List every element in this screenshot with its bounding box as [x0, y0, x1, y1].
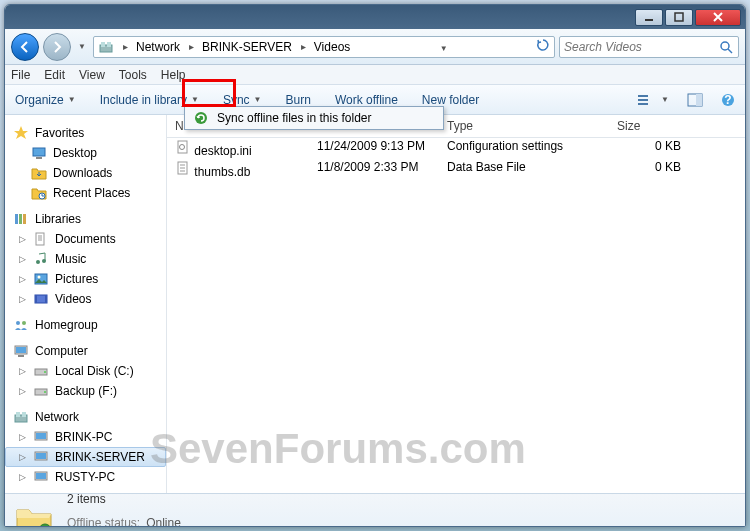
sidebar-label: Recent Places [53, 186, 130, 200]
file-icon [175, 160, 191, 176]
documents-icon [33, 231, 49, 247]
svg-rect-16 [15, 214, 18, 224]
pictures-icon [33, 271, 49, 287]
menu-edit[interactable]: Edit [44, 68, 65, 82]
svg-text:?: ? [724, 93, 731, 107]
menu-view[interactable]: View [79, 68, 105, 82]
sidebar-label: RUSTY-PC [55, 470, 115, 484]
sidebar-network[interactable]: Network [5, 407, 166, 427]
sidebar-item-brink-server[interactable]: ▷BRINK-SERVER [5, 447, 166, 467]
file-row[interactable]: desktop.ini 11/24/2009 9:13 PM Configura… [167, 138, 745, 159]
sidebar-homegroup[interactable]: Homegroup [5, 315, 166, 335]
sidebar-libraries[interactable]: Libraries [5, 209, 166, 229]
search-box[interactable] [559, 36, 739, 58]
status-value: Online [146, 516, 181, 528]
svg-rect-19 [36, 233, 44, 245]
expand-icon[interactable]: ▷ [17, 234, 27, 244]
breadcrumb-arrow-icon[interactable]: ▸ [119, 41, 132, 52]
breadcrumb-arrow-icon[interactable]: ▸ [185, 41, 198, 52]
toolbar-label: Include in library [100, 93, 187, 107]
close-button[interactable] [695, 9, 741, 26]
sidebar-label: Documents [55, 232, 116, 246]
breadcrumb-arrow-icon[interactable]: ▸ [297, 41, 310, 52]
toolbar-organize[interactable]: Organize▼ [11, 91, 80, 109]
svg-rect-6 [638, 95, 648, 97]
sidebar-item-documents[interactable]: ▷Documents [5, 229, 166, 249]
sidebar: Favorites Desktop Downloads Recent Place… [5, 115, 167, 493]
search-input[interactable] [564, 40, 718, 54]
favorites-icon [13, 125, 29, 141]
menu-tools[interactable]: Tools [119, 68, 147, 82]
expand-icon[interactable]: ▷ [17, 366, 27, 376]
sidebar-item-desktop[interactable]: Desktop [5, 143, 166, 163]
breadcrumb-dropdown-icon[interactable]: ▼ [436, 40, 452, 54]
file-date: 11/8/2009 2:33 PM [317, 160, 447, 179]
svg-rect-8 [638, 103, 648, 105]
breadcrumb-server[interactable]: BRINK-SERVER [198, 37, 297, 57]
breadcrumb-network[interactable]: Network [132, 37, 185, 57]
svg-rect-13 [33, 148, 45, 156]
sidebar-item-music[interactable]: ▷Music [5, 249, 166, 269]
sidebar-item-pictures[interactable]: ▷Pictures [5, 269, 166, 289]
sidebar-item-rusty-pc[interactable]: ▷RUSTY-PC [5, 467, 166, 487]
file-type: Data Base File [447, 160, 617, 179]
drive-icon [33, 363, 49, 379]
breadcrumb-bar[interactable]: ▸ Network ▸ BRINK-SERVER ▸ Videos ▼ [93, 36, 555, 58]
recent-icon [31, 185, 47, 201]
back-button[interactable] [11, 33, 39, 61]
forward-button[interactable] [43, 33, 71, 61]
breadcrumb-icon[interactable] [94, 37, 119, 57]
svg-point-21 [42, 259, 46, 263]
refresh-icon[interactable] [532, 38, 554, 55]
column-size[interactable]: Size [617, 119, 697, 133]
file-name: desktop.ini [194, 144, 251, 158]
sidebar-label: Music [55, 252, 86, 266]
svg-rect-37 [16, 412, 20, 417]
help-icon[interactable]: ? [717, 91, 739, 109]
column-type[interactable]: Type [447, 119, 617, 133]
expand-icon[interactable]: ▷ [17, 294, 27, 304]
svg-rect-26 [45, 295, 47, 303]
sidebar-computer[interactable]: Computer [5, 341, 166, 361]
homegroup-icon [13, 317, 29, 333]
expand-icon[interactable]: ▷ [17, 274, 27, 284]
sidebar-favorites[interactable]: Favorites [5, 123, 166, 143]
sidebar-item-recent[interactable]: Recent Places [5, 183, 166, 203]
svg-rect-25 [35, 295, 37, 303]
sidebar-item-downloads[interactable]: Downloads [5, 163, 166, 183]
svg-rect-42 [36, 453, 46, 459]
sidebar-label: Network [35, 410, 79, 424]
svg-rect-3 [101, 42, 105, 47]
sidebar-label: Libraries [35, 212, 81, 226]
menu-help[interactable]: Help [161, 68, 186, 82]
folder-large-icon [13, 498, 55, 528]
view-options-icon[interactable]: ▼ [633, 91, 673, 109]
breadcrumb-folder[interactable]: Videos [310, 37, 355, 57]
expand-icon[interactable]: ▷ [17, 254, 27, 264]
svg-point-49 [195, 112, 207, 124]
expand-icon[interactable]: ▷ [17, 432, 27, 442]
sync-offline-item[interactable]: Sync offline files in this folder [185, 107, 443, 129]
sidebar-label: Local Disk (C:) [55, 364, 134, 378]
file-row[interactable]: thumbs.db 11/8/2009 2:33 PM Data Base Fi… [167, 159, 745, 180]
minimize-button[interactable] [635, 9, 663, 26]
nav-bar: ▼ ▸ Network ▸ BRINK-SERVER ▸ Videos ▼ [5, 29, 745, 65]
sidebar-item-backup[interactable]: ▷Backup (F:) [5, 381, 166, 401]
history-chevron-icon[interactable]: ▼ [75, 37, 89, 57]
file-name: thumbs.db [194, 165, 250, 179]
menu-file[interactable]: File [11, 68, 30, 82]
expand-icon[interactable]: ▷ [17, 386, 27, 396]
maximize-button[interactable] [665, 9, 693, 26]
file-size: 0 KB [617, 160, 697, 179]
search-icon[interactable] [718, 39, 734, 55]
svg-rect-40 [36, 433, 46, 439]
toolbar-label: Sync [223, 93, 250, 107]
svg-rect-14 [36, 157, 42, 159]
sidebar-item-local-disk[interactable]: ▷Local Disk (C:) [5, 361, 166, 381]
preview-pane-icon[interactable] [683, 91, 707, 109]
svg-rect-44 [36, 473, 46, 479]
sidebar-item-brink-pc[interactable]: ▷BRINK-PC [5, 427, 166, 447]
expand-icon[interactable]: ▷ [17, 472, 27, 482]
sidebar-item-videos[interactable]: ▷Videos [5, 289, 166, 309]
expand-icon[interactable]: ▷ [17, 452, 27, 462]
